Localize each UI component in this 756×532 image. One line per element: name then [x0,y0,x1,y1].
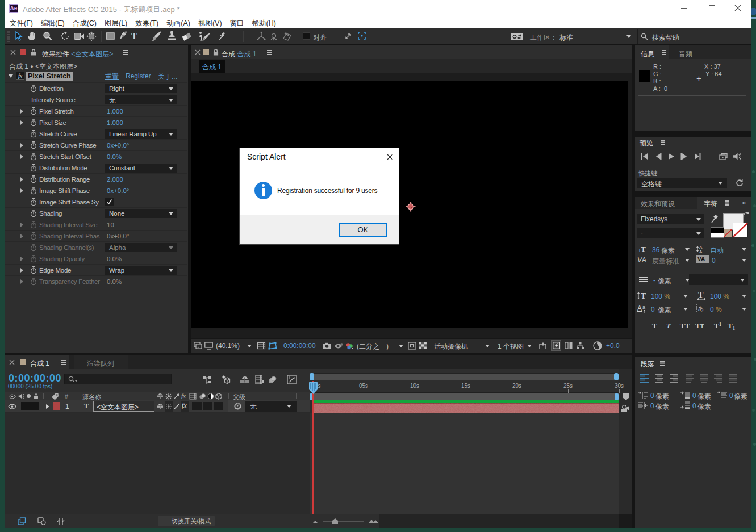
svg-text:A: A [699,249,703,254]
svg-text:A: A [637,304,642,312]
svg-text:A: A [642,256,646,264]
svg-text:T: T [641,292,646,300]
svg-text:a: a [642,304,645,310]
svg-text:T: T [698,291,704,299]
